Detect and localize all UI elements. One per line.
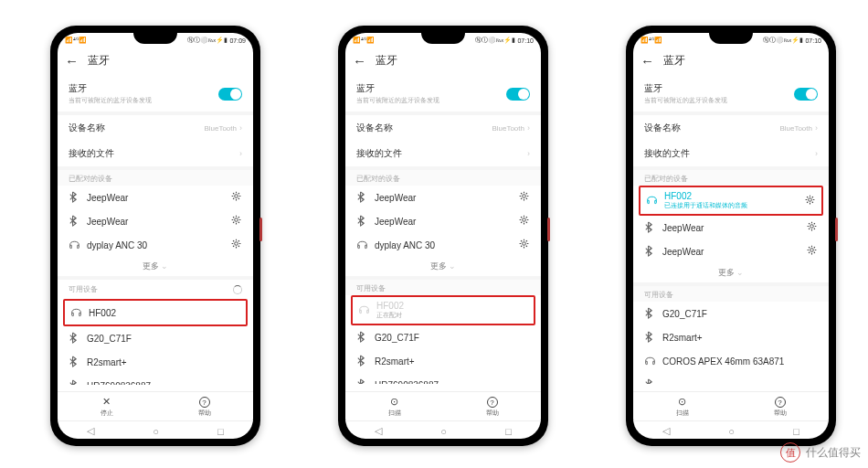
device-name: R2smart+ <box>662 333 818 343</box>
toggle-switch[interactable] <box>794 88 818 101</box>
device-row[interactable]: HF002 已连接用于通话和媒体的音频 <box>640 187 821 214</box>
device-row[interactable]: JeepWear <box>58 209 253 233</box>
device-name-row[interactable]: 设备名称 BlueTooth› <box>58 115 253 141</box>
nav-recent-icon[interactable]: □ <box>505 426 512 437</box>
received-files-row[interactable]: 接收的文件 › <box>345 141 541 166</box>
nav-back-icon[interactable]: ◁ <box>662 425 670 437</box>
back-arrow-icon[interactable]: ← <box>353 53 366 69</box>
gear-icon[interactable] <box>804 194 816 208</box>
nav-home-icon[interactable]: ○ <box>153 426 159 437</box>
status-icons: ⓃⒾ⚪℻⚡▮ <box>475 36 515 45</box>
bottom-button[interactable]: ? 帮助 <box>774 396 787 419</box>
device-row[interactable]: JeepWear <box>633 239 829 263</box>
bluetooth-icon <box>644 221 655 235</box>
bluetooth-icon <box>644 331 655 345</box>
device-row[interactable]: HF002 正在配对 <box>353 297 534 324</box>
received-files-row[interactable]: 接收的文件 › <box>58 141 253 166</box>
device-row[interactable]: R2smart+ <box>58 350 253 374</box>
received-files-row[interactable]: 接收的文件 › <box>633 141 829 166</box>
device-row[interactable]: dyplay ANC 30 <box>58 233 253 257</box>
device-name: JeepWear <box>662 247 799 257</box>
chevron-down-icon: ⌄ <box>449 261 456 271</box>
device-name: HR7690836887 <box>87 381 242 386</box>
back-arrow-icon[interactable]: ← <box>65 53 79 69</box>
available-label: 可用设备 <box>345 280 541 295</box>
bottom-button[interactable]: ✕ 停止 <box>101 396 113 419</box>
device-row[interactable]: HR7690836887 <box>58 374 253 385</box>
gear-icon[interactable] <box>518 238 530 252</box>
bluetooth-icon <box>644 245 655 259</box>
nav-back-icon[interactable]: ◁ <box>375 425 382 437</box>
device-row[interactable]: JeepWear <box>345 186 541 209</box>
bluetooth-icon <box>644 307 655 321</box>
bottom-button[interactable]: ⊙ 扫描 <box>676 396 689 419</box>
bottom-bar: ✕ 停止 ? 帮助 <box>58 391 253 421</box>
gear-icon[interactable] <box>230 214 242 229</box>
status-icons: ⓃⒾ⚪℻⚡▮ <box>763 36 803 45</box>
device-row[interactable]: G20_C71F <box>58 326 253 350</box>
device-name: HF002 <box>89 308 240 318</box>
device-name-row[interactable]: 设备名称 BlueTooth› <box>345 115 541 141</box>
signal-icons: 📶⁴ᴳ📶 <box>353 37 375 44</box>
nav-home-icon[interactable]: ○ <box>728 426 735 437</box>
device-name: HF002 <box>376 301 528 311</box>
device-row[interactable]: G20_C71F <box>633 302 829 325</box>
gear-icon[interactable] <box>230 238 242 252</box>
nav-recent-icon[interactable]: □ <box>217 426 224 437</box>
notch <box>421 33 465 44</box>
toggle-switch[interactable] <box>506 88 530 101</box>
nav-recent-icon[interactable]: □ <box>793 426 799 437</box>
device-row[interactable]: dyplay ANC 30 <box>345 233 541 257</box>
device-name-row[interactable]: 设备名称 BlueTooth› <box>633 115 829 141</box>
device-row[interactable]: JeepWear <box>345 209 541 233</box>
bottom-icon: ? <box>775 396 786 409</box>
gear-icon[interactable] <box>806 244 818 259</box>
device-row[interactable]: HR7690836887 <box>345 373 541 384</box>
bottom-button[interactable]: ? 帮助 <box>486 396 499 419</box>
bluetooth-icon <box>356 355 367 368</box>
bluetooth-icon <box>69 215 79 229</box>
gear-icon[interactable] <box>230 190 242 205</box>
device-row[interactable]: R2smart+ <box>633 325 829 349</box>
device-row[interactable]: R2smart+ <box>345 349 541 373</box>
watermark: 值 什么值得买 <box>780 442 861 463</box>
device-name: HR7690836887 <box>375 380 530 385</box>
headphone-icon <box>644 355 655 368</box>
bottom-button[interactable]: ⊙ 扫描 <box>388 396 401 419</box>
more-button[interactable]: 更多 ⌄ <box>58 257 253 276</box>
nav-bar: ◁ ○ □ <box>633 420 829 439</box>
gear-icon[interactable] <box>518 190 530 205</box>
watermark-badge: 值 <box>780 442 800 463</box>
svg-point-4 <box>523 218 526 222</box>
chevron-right-icon: › <box>527 123 530 133</box>
headphone-icon <box>70 306 81 320</box>
device-row[interactable]: COROS APEX 46mm 63A871 <box>633 349 829 373</box>
device-name: HF002 <box>664 191 797 201</box>
bluetooth-toggle-row[interactable]: 蓝牙 当前可被附近的蓝牙设备发现 <box>633 76 829 112</box>
page-title: 蓝牙 <box>663 53 685 69</box>
bluetooth-toggle-row[interactable]: 蓝牙 当前可被附近的蓝牙设备发现 <box>345 76 541 112</box>
chevron-down-icon: ⌄ <box>161 261 168 271</box>
bluetooth-toggle-row[interactable]: 蓝牙 当前可被附近的蓝牙设备发现 <box>58 76 253 112</box>
gear-icon[interactable] <box>806 220 818 235</box>
headphone-icon <box>358 303 369 317</box>
gear-icon[interactable] <box>518 214 530 229</box>
svg-point-8 <box>810 249 814 252</box>
device-row[interactable]: JeepWear <box>633 216 829 239</box>
more-button[interactable]: 更多 ⌄ <box>345 257 541 276</box>
device-row[interactable]: JeepWear <box>58 186 253 209</box>
bottom-button[interactable]: ? 帮助 <box>198 396 211 419</box>
device-row[interactable]: HF002 <box>65 301 246 324</box>
headphone-icon <box>356 239 367 252</box>
bottom-bar: ⊙ 扫描 ? 帮助 <box>345 391 541 421</box>
device-row[interactable]: G20_C71F <box>345 325 541 349</box>
nav-home-icon[interactable]: ○ <box>440 426 447 437</box>
paired-label: 已配对的设备 <box>345 170 541 186</box>
more-button[interactable]: 更多 ⌄ <box>633 263 829 282</box>
chevron-down-icon: ⌄ <box>736 268 744 277</box>
nav-back-icon[interactable]: ◁ <box>87 425 94 437</box>
device-name: R2smart+ <box>375 356 530 367</box>
toggle-switch[interactable] <box>218 88 242 101</box>
back-arrow-icon[interactable]: ← <box>640 53 654 69</box>
device-row[interactable] <box>633 373 829 384</box>
